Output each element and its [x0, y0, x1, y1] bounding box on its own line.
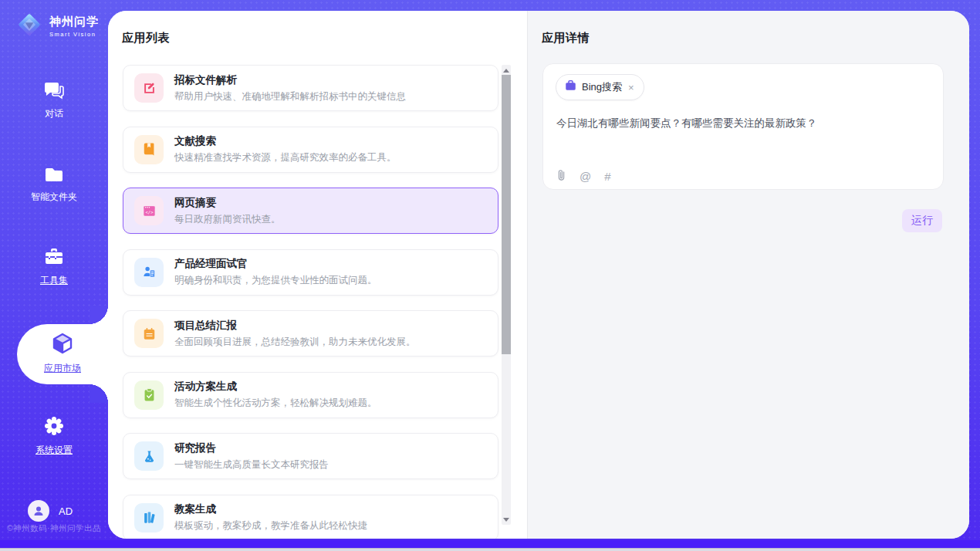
scrollbar[interactable] — [502, 65, 511, 525]
gear-icon — [43, 415, 65, 440]
briefcase-icon — [565, 80, 576, 94]
app-card-description: 一键智能生成高质量长文本研究报告 — [174, 458, 329, 472]
cube-icon — [51, 332, 74, 358]
app-detail-panel: 应用详情 Bing搜索 × 今日湖北有哪些新闻要点？有哪些需要关注的最新政策？ — [527, 11, 969, 539]
books-icon — [134, 503, 164, 532]
app-card-description: 帮助用户快速、准确地理解和解析招标书中的关键信息 — [174, 90, 406, 103]
toolbox-icon — [43, 247, 65, 270]
app-card[interactable]: 招标文件解析帮助用户快速、准确地理解和解析招标书中的关键信息 — [123, 65, 498, 111]
calendar-report-icon — [134, 319, 164, 348]
brand: 神州问学 Smart Vision — [15, 11, 99, 42]
browser-code-icon: </> — [134, 196, 164, 225]
bottom-edge-strip — [0, 548, 980, 551]
app-window: 神州问学 Smart Vision 对话 智能文件夹 — [0, 0, 980, 551]
app-card[interactable]: </>网页摘要每日政府新闻资讯快查。 — [123, 188, 498, 234]
app-card-title: 产品经理面试官 — [174, 257, 377, 271]
app-list: 招标文件解析帮助用户快速、准确地理解和解析招标书中的关键信息文献搜索快速精准查找… — [123, 65, 498, 539]
folder-icon — [43, 165, 65, 187]
brand-name: 神州问学 — [49, 15, 99, 29]
chat-icon — [43, 80, 65, 103]
user-account[interactable]: AD — [28, 500, 73, 522]
edit-document-icon — [134, 73, 164, 103]
close-icon[interactable]: × — [627, 83, 635, 93]
attach-toolbar: @ # — [556, 169, 611, 183]
sidebar-item-label: 智能文件夹 — [0, 191, 108, 204]
book-icon — [134, 135, 164, 164]
app-card-title: 招标文件解析 — [174, 73, 406, 87]
query-card[interactable]: Bing搜索 × 今日湖北有哪些新闻要点？有哪些需要关注的最新政策？ @ # — [542, 63, 944, 190]
scroll-up-icon[interactable] — [502, 66, 511, 75]
sidebar-item-toolset[interactable]: 工具集 — [0, 247, 108, 287]
app-card[interactable]: 教案生成模板驱动，教案秒成，教学准备从此轻松快捷 — [123, 495, 498, 539]
tool-tag-label: Bing搜索 — [582, 80, 622, 94]
app-card-description: 每日政府新闻资讯快查。 — [174, 213, 281, 226]
app-list-panel: 应用列表 招标文件解析帮助用户快速、准确地理解和解析招标书中的关键信息文献搜索快… — [108, 11, 527, 539]
copyright-footer: ©神州数码·神州问学出品 — [0, 523, 108, 534]
scrollbar-thumb[interactable] — [502, 75, 511, 354]
clipboard-check-icon — [134, 380, 164, 410]
app-card-description: 全面回顾项目进展，总结经验教训，助力未来优化发展。 — [174, 336, 416, 349]
bottom-accent-bar — [0, 540, 980, 548]
sidebar-item-app-market[interactable]: 应用市场 — [17, 324, 108, 384]
app-detail-title: 应用详情 — [542, 31, 590, 46]
brand-diamond-logo-icon — [15, 11, 43, 42]
at-icon[interactable]: @ — [580, 171, 591, 182]
user-initials: AD — [59, 505, 73, 517]
app-list-title: 应用列表 — [122, 31, 170, 46]
app-card[interactable]: 产品经理面试官明确身份和职责，为您提供专业性的面试问题。 — [123, 249, 498, 296]
app-card-description: 明确身份和职责，为您提供专业性的面试问题。 — [174, 274, 377, 287]
sidebar-item-smart-folders[interactable]: 智能文件夹 — [0, 165, 108, 204]
app-card-title: 研究报告 — [174, 441, 329, 455]
app-card-title: 项目总结汇报 — [174, 319, 416, 333]
app-card-description: 快速精准查找学术资源，提高研究效率的必备工具。 — [174, 151, 397, 164]
app-card-title: 教案生成 — [174, 502, 367, 516]
research-flask-icon — [134, 441, 164, 471]
sidebar-item-label: 系统设置 — [0, 444, 108, 457]
query-input[interactable]: 今日湖北有哪些新闻要点？有哪些需要关注的最新政策？ — [556, 117, 931, 130]
avatar — [28, 500, 49, 522]
tool-tag-bing-search[interactable]: Bing搜索 × — [556, 74, 644, 100]
sidebar-item-settings[interactable]: 系统设置 — [0, 415, 108, 457]
app-card-description: 智能生成个性化活动方案，轻松解决规划难题。 — [174, 397, 377, 410]
hash-icon[interactable]: # — [604, 171, 610, 182]
paperclip-icon[interactable] — [556, 169, 566, 183]
app-card-title: 网页摘要 — [174, 196, 281, 210]
scroll-down-icon[interactable] — [502, 515, 511, 524]
app-card-description: 模板驱动，教案秒成，教学准备从此轻松快捷 — [174, 519, 367, 532]
interviewer-icon — [134, 258, 164, 287]
app-card[interactable]: 文献搜索快速精准查找学术资源，提高研究效率的必备工具。 — [123, 127, 498, 173]
sidebar-item-label: 应用市场 — [17, 362, 108, 375]
svg-text:</>: </> — [145, 210, 154, 215]
sidebar-item-label: 工具集 — [0, 274, 108, 287]
app-card[interactable]: 研究报告一键智能生成高质量长文本研究报告 — [123, 433, 498, 479]
content-surface: 应用列表 招标文件解析帮助用户快速、准确地理解和解析招标书中的关键信息文献搜索快… — [108, 11, 969, 539]
brand-subtitle: Smart Vision — [49, 31, 99, 38]
app-card-title: 活动方案生成 — [174, 380, 377, 394]
sidebar: 神州问学 Smart Vision 对话 智能文件夹 — [0, 0, 108, 540]
app-card[interactable]: 项目总结汇报全面回顾项目进展，总结经验教训，助力未来优化发展。 — [123, 310, 498, 357]
app-card[interactable]: 活动方案生成智能生成个性化活动方案，轻松解决规划难题。 — [123, 372, 498, 418]
sidebar-item-label: 对话 — [0, 107, 108, 120]
sidebar-item-chat[interactable]: 对话 — [0, 80, 108, 120]
app-card-title: 文献搜索 — [174, 134, 397, 148]
run-button[interactable]: 运行 — [902, 209, 942, 232]
